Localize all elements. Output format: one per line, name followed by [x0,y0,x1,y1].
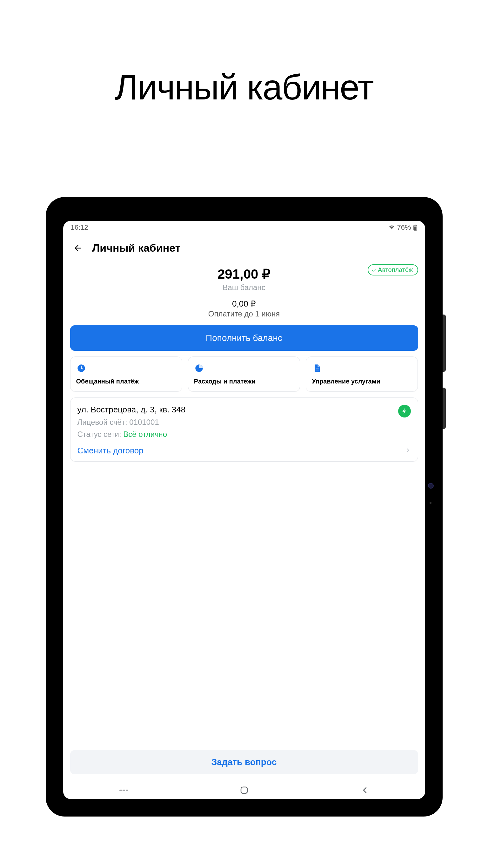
battery-icon [413,224,418,231]
account-number: Лицевой счёт: 0101001 [77,418,411,427]
svg-rect-10 [241,787,247,793]
balance-block: Автоплатёж 291,00 ₽ Ваш баланс 0,00 ₽ Оп… [70,260,418,351]
tablet-camera [428,483,434,489]
status-time: 16:12 [71,223,88,231]
svg-rect-5 [316,369,319,369]
autopay-label: Автоплатёж [378,266,413,274]
balance-amount: 291,00 ₽ [70,266,418,282]
action-card-expenses[interactable]: Расходы и платежи [188,356,300,392]
balance-label: Ваш баланс [70,283,418,292]
android-nav-bar [63,779,425,799]
svg-rect-2 [414,226,416,230]
chevron-right-icon [405,447,411,454]
action-label: Обещанный платёж [76,378,176,385]
tablet-power-button [443,388,446,429]
recents-icon [119,787,128,794]
action-card-services[interactable]: Управление услугами [306,356,418,392]
action-label: Расходы и платежи [194,378,294,385]
back-arrow-icon [73,243,83,253]
change-contract-row[interactable]: Сменить договор [77,444,411,456]
action-label: Управление услугами [312,378,412,385]
topup-button[interactable]: Пополнить баланс [70,326,418,351]
change-contract-label: Сменить договор [77,446,143,456]
battery-percent: 76% [397,223,411,231]
account-address: ул. Вострецова, д. 3, кв. 348 [77,405,411,414]
nav-back-icon [362,786,368,794]
back-button[interactable] [72,242,84,254]
document-icon [312,363,322,373]
tablet-volume-button [443,314,446,372]
status-bar: 16:12 76% [63,221,425,233]
due-amount: 0,00 ₽ [70,299,418,309]
tablet-sensor [430,502,431,504]
check-icon [371,268,377,273]
nav-home-button[interactable] [235,784,254,796]
svg-rect-1 [415,225,416,225]
content: Автоплатёж 291,00 ₽ Ваш баланс 0,00 ₽ Оп… [63,260,425,746]
app-title: Личный кабинет [92,242,181,254]
actions-row: Обещанный платёж Расходы и платежи Управ… [70,356,418,392]
status-right: 76% [389,223,417,231]
ask-question-button[interactable]: Задать вопрос [70,750,418,774]
bolt-icon [401,408,408,414]
status-value: Всё отлично [123,430,167,438]
wifi-icon [389,225,395,230]
nav-back-button[interactable] [355,784,374,796]
svg-rect-6 [316,370,319,370]
ask-button-wrapper: Задать вопрос [63,746,425,779]
action-card-promised-payment[interactable]: Обещанный платёж [70,356,182,392]
screen: 16:12 76% Личный кабинет [63,221,425,799]
clock-icon [76,363,86,373]
account-status: Статус сети: Всё отлично [77,430,411,439]
account-card: ул. Вострецова, д. 3, кв. 348 Лицевой сч… [70,398,418,462]
tablet-frame: 16:12 76% Личный кабинет [46,197,443,816]
spacer [70,467,418,746]
autopay-badge[interactable]: Автоплатёж [368,264,418,275]
nav-recents-button[interactable] [114,784,133,796]
due-label: Оплатите до 1 июня [70,309,418,318]
status-text-label: Статус сети: [77,430,124,438]
home-icon [240,786,248,794]
app-header: Личный кабинет [63,233,425,260]
bolt-badge [398,405,411,417]
page-title: Личный кабинет [0,67,488,108]
pie-chart-icon [194,363,204,373]
